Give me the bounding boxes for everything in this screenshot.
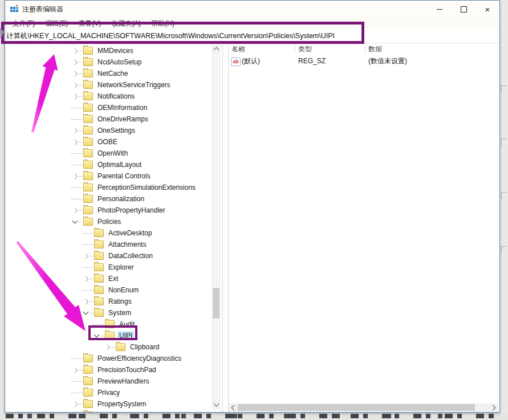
pane-splitter[interactable]	[222, 43, 229, 412]
tree-item-onesettings[interactable]: OneSettings	[5, 125, 212, 136]
tree-item-powerefficiencydiagnostics[interactable]: PowerEfficiencyDiagnostics	[5, 353, 212, 364]
chevron-collapsed-icon[interactable]	[82, 252, 90, 260]
scroll-down-button[interactable]	[212, 400, 221, 409]
regedit-app-icon	[10, 5, 19, 14]
tree-item-previewhandlers[interactable]: PreviewHandlers	[5, 376, 212, 387]
tree-item-nonenum[interactable]: NonEnum	[5, 284, 212, 296]
tree-connector	[112, 347, 115, 348]
column-separator[interactable]	[365, 44, 365, 54]
chevron-expanded-icon[interactable]	[82, 309, 90, 317]
menu-item-1[interactable]: 编辑(E)	[40, 18, 73, 29]
folder-icon	[94, 297, 104, 305]
tree-item-datacollection[interactable]: DataCollection	[5, 250, 212, 262]
tree-item-notifications[interactable]: Notifications	[5, 91, 212, 102]
tree-connector	[90, 233, 94, 234]
tree-item-onedriveramps[interactable]: OneDriveRamps	[5, 113, 212, 125]
tree-items: MMDevicesNcdAutoSetupNetCacheNetworkServ…	[5, 45, 212, 412]
folder-icon	[94, 275, 104, 283]
tree-item-label: OOBE	[96, 137, 119, 146]
chevron-collapsed-icon[interactable]	[71, 81, 79, 89]
value-row[interactable]: ab(默认)REG_SZ(数值未设置)	[229, 56, 499, 67]
tree-item-explorer[interactable]: Explorer	[5, 262, 212, 273]
address-path: 计算机\HKEY_LOCAL_MACHINE\SOFTWARE\Microsof…	[6, 32, 335, 40]
chevron-collapsed-icon[interactable]	[71, 127, 79, 134]
chevron-collapsed-icon[interactable]	[71, 411, 79, 412]
chevron-collapsed-icon[interactable]	[71, 58, 79, 66]
tree-item-label: Personalization	[96, 194, 146, 203]
tree-item-oeminformation[interactable]: OEMInformation	[5, 102, 212, 113]
tree-item-photopropertyhandler[interactable]: PhotoPropertyHandler	[5, 205, 212, 216]
folder-icon	[94, 252, 104, 260]
close-button[interactable]: ×	[476, 1, 499, 18]
folder-icon	[83, 172, 93, 180]
scroll-up-button[interactable]	[212, 44, 221, 54]
tree-item-system[interactable]: System	[5, 307, 212, 319]
tree-item-ratings[interactable]: Ratings	[5, 296, 212, 307]
chevron-expanded-icon[interactable]	[71, 218, 79, 226]
tree-scrollbar-thumb[interactable]	[213, 288, 220, 319]
tree-connector	[71, 149, 79, 157]
tree-item-openwith[interactable]: OpenWith	[5, 148, 212, 159]
chevron-expanded-icon[interactable]	[92, 332, 100, 340]
scroll-left-button[interactable]	[229, 403, 238, 411]
chevron-collapsed-icon[interactable]	[71, 138, 79, 146]
maximize-button[interactable]	[452, 1, 476, 18]
tree-item-netcache[interactable]: NetCache	[5, 68, 212, 79]
chevron-collapsed-icon[interactable]	[71, 70, 79, 78]
chevron-collapsed-icon[interactable]	[71, 206, 79, 214]
tree-item-activedesktop[interactable]: ActiveDesktop	[5, 227, 212, 239]
chevron-collapsed-icon[interactable]	[71, 366, 79, 374]
chevron-collapsed-icon[interactable]	[71, 172, 79, 180]
tree-item-precisiontouchpad[interactable]: PrecisionTouchPad	[5, 364, 212, 376]
column-separator[interactable]	[295, 44, 295, 54]
tree-item-oobe[interactable]: OOBE	[5, 136, 212, 148]
tree-item-label: OptimalLayout	[96, 160, 143, 169]
values-scrollbar-thumb[interactable]	[238, 404, 475, 411]
tree-item-privacy[interactable]: Privacy	[5, 387, 212, 398]
tree-item-ext[interactable]: Ext	[5, 273, 212, 284]
column-header-1[interactable]: 类型	[298, 43, 312, 55]
values-horizontal-scrollbar[interactable]	[229, 403, 498, 411]
tree-item-audit[interactable]: Audit	[5, 319, 212, 330]
chevron-collapsed-icon[interactable]	[103, 343, 111, 351]
tree-item-optimallayout[interactable]: OptimalLayout	[5, 159, 212, 170]
tree-item-networkservicetriggers[interactable]: NetworkServiceTriggers	[5, 79, 212, 91]
menu-item-3[interactable]: 收藏夹(A)	[106, 18, 146, 29]
tree-item-propertysystem[interactable]: PropertySystem	[5, 398, 212, 410]
registry-tree-pane: MMDevicesNcdAutoSetupNetCacheNetworkServ…	[5, 43, 222, 412]
minimize-button[interactable]	[428, 1, 452, 18]
tree-item-proximity[interactable]: Proximity	[5, 410, 212, 412]
tree-item-label: Clipboard	[128, 342, 161, 352]
chevron-right-icon	[490, 405, 496, 410]
tree-item-label: OpenWith	[96, 149, 129, 158]
chevron-collapsed-icon[interactable]	[82, 297, 90, 305]
column-header-0[interactable]: 名称	[231, 43, 245, 55]
menu-item-2[interactable]: 查看(V)	[73, 18, 106, 29]
chevron-collapsed-icon[interactable]	[82, 275, 90, 283]
tree-connector	[79, 199, 83, 199]
tree-item-policies[interactable]: Policies	[5, 216, 212, 227]
tree-connector	[71, 377, 79, 385]
chevron-collapsed-icon[interactable]	[71, 92, 79, 100]
tree-vertical-scrollbar[interactable]	[212, 44, 221, 409]
menu-item-4[interactable]: 帮助(H)	[146, 18, 180, 29]
tree-item-label: NetworkServiceTriggers	[96, 80, 172, 89]
tree-item-clipboard[interactable]: Clipboard	[5, 341, 212, 353]
chevron-collapsed-icon[interactable]	[71, 400, 79, 408]
tree-connector	[79, 96, 83, 97]
address-bar[interactable]: 计算机\HKEY_LOCAL_MACHINE\SOFTWARE\Microsof…	[5, 29, 499, 43]
tree-item-personalization[interactable]: Personalization	[5, 193, 212, 205]
tree-connector	[79, 176, 83, 177]
window-body: MMDevicesNcdAutoSetupNetCacheNetworkServ…	[5, 43, 499, 412]
tree-item-attachments[interactable]: Attachments	[5, 239, 212, 250]
chevron-collapsed-icon[interactable]	[71, 47, 79, 55]
tree-item-perceptionsimulationextensions[interactable]: PerceptionSimulationExtensions	[5, 182, 212, 193]
tree-item-label: ActiveDesktop	[107, 229, 154, 238]
column-header-2[interactable]: 数据	[368, 43, 382, 55]
tree-item-mmdevices[interactable]: MMDevices	[5, 45, 212, 56]
tree-item-uipi[interactable]: UIPI	[5, 330, 212, 341]
menu-item-0[interactable]: 文件(F)	[7, 18, 40, 29]
scroll-right-button[interactable]	[489, 403, 498, 411]
tree-item-ncdautosetup[interactable]: NcdAutoSetup	[5, 56, 212, 68]
tree-item-parental-controls[interactable]: Parental Controls	[5, 170, 212, 182]
